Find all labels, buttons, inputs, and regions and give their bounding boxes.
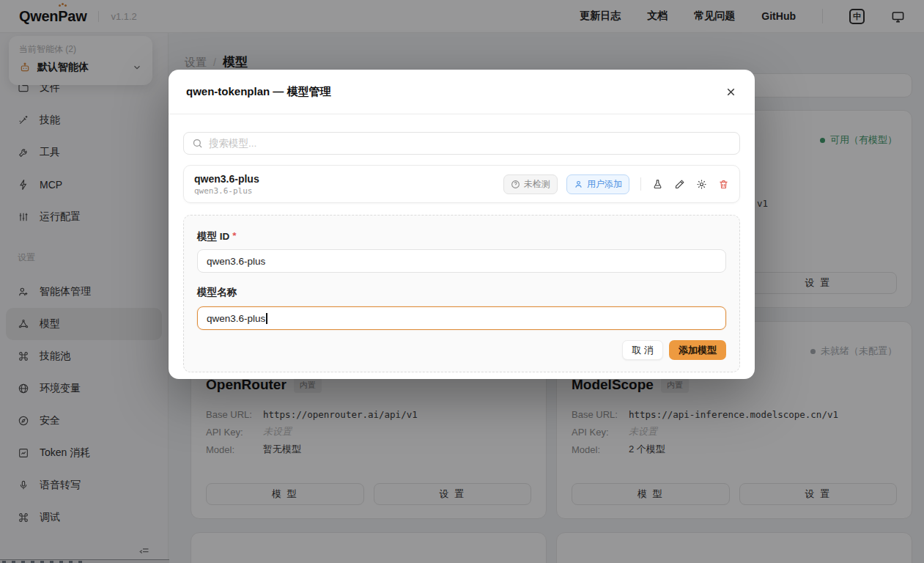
dialog-title: qwen-tokenplan — 模型管理 <box>186 85 331 99</box>
flask-icon <box>652 179 663 190</box>
user-added-badge: 用户添加 <box>566 174 629 194</box>
cancel-button[interactable]: 取 消 <box>622 340 663 360</box>
form-actions: 取 消 添加模型 <box>197 340 726 360</box>
model-id-label-row: 模型 ID * <box>197 230 726 243</box>
model-id-field[interactable] <box>197 249 726 273</box>
model-name-label-row: 模型名称 <box>197 286 726 299</box>
model-actions <box>652 179 729 190</box>
dialog-close-button[interactable] <box>725 86 737 98</box>
pen-icon <box>674 179 685 190</box>
required-mark: * <box>232 230 236 243</box>
model-name-field[interactable]: qwen3.6-plus <box>197 306 726 330</box>
model-search-box <box>183 132 740 155</box>
close-icon <box>725 86 737 98</box>
actions-divider <box>640 177 641 191</box>
question-circle-icon <box>511 180 520 189</box>
gear-icon <box>696 179 707 190</box>
user-icon <box>574 180 583 189</box>
dialog-header: qwen-tokenplan — 模型管理 <box>169 70 755 114</box>
untested-badge-label: 未检测 <box>524 178 550 191</box>
model-id: qwen3.6-plus <box>194 186 259 196</box>
model-name-label: 模型名称 <box>197 286 237 299</box>
add-model-form: 模型 ID * 模型名称 qwen3.6-plus 取 消 添加模型 <box>183 215 740 372</box>
model-id-label: 模型 ID <box>197 230 229 243</box>
add-model-button[interactable]: 添加模型 <box>669 340 726 360</box>
text-caret <box>266 313 267 324</box>
model-name: qwen3.6-plus <box>194 173 259 185</box>
model-management-dialog: qwen-tokenplan — 模型管理 qwen3.6-plus qwen3… <box>169 70 755 379</box>
trash-icon <box>718 179 729 190</box>
dialog-body: qwen3.6-plus qwen3.6-plus 未检测 用户添加 <box>169 114 755 387</box>
app-window: QwenPaw QwenPaw v1.1.2 更新日志 文档 常见问题 GitH… <box>0 0 924 563</box>
model-list-item: qwen3.6-plus qwen3.6-plus 未检测 用户添加 <box>183 165 740 203</box>
delete-model-button[interactable] <box>718 179 729 190</box>
model-search-input[interactable] <box>209 138 731 149</box>
search-icon <box>192 138 203 149</box>
model-settings-button[interactable] <box>696 179 707 190</box>
test-model-button[interactable] <box>652 179 663 190</box>
model-name-value: qwen3.6-plus <box>207 313 265 324</box>
user-added-badge-label: 用户添加 <box>587 178 622 191</box>
untested-badge: 未检测 <box>503 174 558 194</box>
edit-model-button[interactable] <box>674 179 685 190</box>
